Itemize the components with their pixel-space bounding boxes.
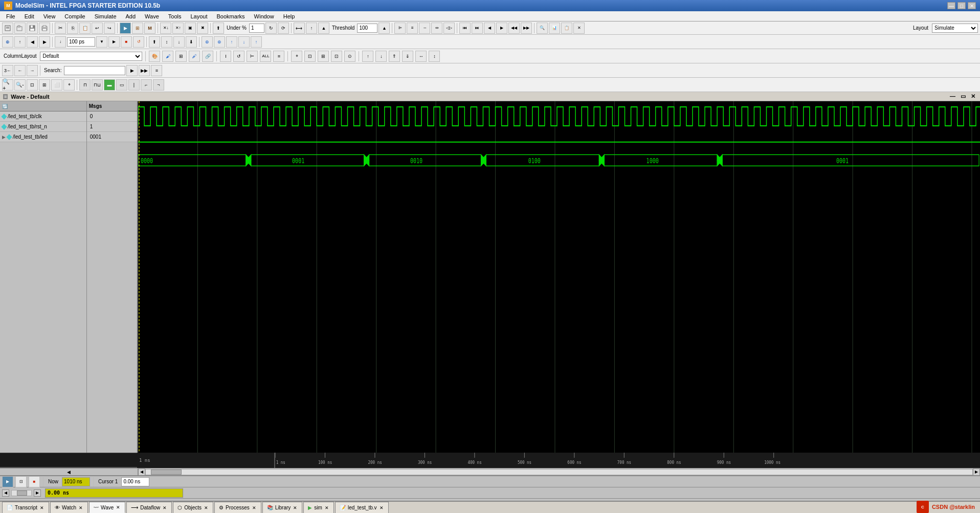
tb-l1[interactable]: ⊫ (394, 23, 406, 34)
wave-shape2[interactable]: ⊓⊔ (92, 79, 103, 91)
wave-shape4[interactable]: ▭ (116, 79, 127, 91)
tb2-wave5[interactable]: ↑ (251, 36, 262, 48)
tab-sim[interactable]: ▶ sim ✕ (303, 502, 334, 513)
hscroll-thumb[interactable] (151, 470, 182, 475)
expand-arrow-2[interactable]: ▶ (2, 135, 6, 140)
tb2-blue1[interactable]: ⊕ (202, 36, 213, 48)
status-btn2[interactable]: ⊡ (15, 476, 27, 487)
minimize-button[interactable]: — (947, 2, 955, 9)
wave-close[interactable]: ✕ (969, 93, 977, 100)
hscroll-prev[interactable]: ◀ (138, 469, 145, 476)
tb2-fwd[interactable]: ▶ (39, 36, 50, 48)
under-input[interactable] (249, 24, 264, 33)
signal-row-0[interactable]: /led_test_tb/clk (0, 111, 86, 122)
close-button[interactable]: ✕ (968, 2, 976, 9)
zoom-fit[interactable]: ⊡ (27, 79, 38, 91)
tb-x2[interactable]: ✕↑ (172, 23, 184, 34)
zoom-out-btn[interactable]: 🔍- (14, 79, 26, 91)
tb-print[interactable] (39, 23, 50, 34)
tb2-step2[interactable]: ▼ (96, 36, 107, 48)
menu-wave[interactable]: Wave (141, 12, 163, 20)
tb-open[interactable] (14, 23, 26, 34)
col-nav5[interactable]: ↔ (415, 51, 427, 62)
tb2-reset[interactable]: ↺ (133, 36, 144, 48)
col-nav2[interactable]: ↓ (375, 51, 387, 62)
tb-s2[interactable]: 📊 (549, 23, 560, 34)
tab-library[interactable]: 📚 Library ✕ (262, 502, 303, 513)
col-cursor1[interactable]: ⌖ (291, 51, 302, 62)
hscroll-track[interactable] (145, 469, 973, 475)
tb-x1[interactable]: ✕↓ (160, 23, 171, 34)
wave-minimize[interactable]: — (948, 93, 957, 100)
tb-s1[interactable]: 🔍 (537, 23, 548, 34)
menu-help[interactable]: Help (279, 12, 299, 20)
search-opt[interactable]: ≡ (151, 65, 162, 76)
window-controls[interactable]: — □ ✕ (947, 2, 976, 9)
tab-watch[interactable]: 👁 Watch ✕ (50, 502, 88, 513)
col-nav6[interactable]: ↕ (429, 51, 440, 62)
menu-compile[interactable]: Compile (60, 12, 89, 20)
search-fwd[interactable]: → (27, 65, 38, 76)
signal-row-1[interactable]: /led_test_tb/rst_n (0, 122, 86, 132)
tb2-zoom1[interactable]: ⬆ (149, 36, 160, 48)
tb-r4[interactable]: ▶ (496, 23, 507, 34)
tab-dataflow-close[interactable]: ✕ (162, 505, 167, 510)
tb-paste[interactable]: 📋 (79, 23, 91, 34)
tb-s4[interactable]: ✕ (573, 23, 585, 34)
tb2-zoom3[interactable]: ↓ (173, 36, 185, 48)
tb-r5[interactable]: ◀◀ (508, 23, 520, 34)
tb-up[interactable]: ⬆ (213, 23, 224, 34)
col-i2[interactable]: ↺ (233, 51, 244, 62)
tb-cursor[interactable]: ⟷ (294, 23, 305, 34)
tb-cut[interactable]: ✂ (55, 23, 66, 34)
tb-r1[interactable]: ⏮ (459, 23, 471, 34)
zoom-in-btn[interactable]: 🔍+ (2, 79, 13, 91)
wave-shape7[interactable]: ¬ (153, 79, 164, 91)
tb2-step[interactable]: ↓ (55, 36, 66, 48)
search-go[interactable]: ▶ (126, 65, 138, 76)
menu-add[interactable]: Add (122, 12, 140, 20)
tb2-zoom2[interactable]: ↕ (161, 36, 172, 48)
search-go2[interactable]: ▶▶ (139, 65, 150, 76)
hscroll2-track[interactable] (11, 490, 32, 496)
col-i4[interactable]: ≡ (273, 51, 284, 62)
tb-l3[interactable]: ↔ (419, 23, 430, 34)
tb2-add-wave[interactable]: ⊕ (2, 36, 13, 48)
col-cursor3[interactable]: ⊞ (318, 51, 329, 62)
wave-title-controls[interactable]: — ▭ ✕ (948, 93, 977, 100)
wave-shape3[interactable]: ▬ (104, 79, 115, 91)
tab-objects[interactable]: ⬡ Objects ✕ (173, 502, 213, 513)
col-cursor5[interactable]: ⊙ (344, 51, 355, 62)
menu-edit[interactable]: Edit (20, 12, 38, 20)
status-btn1[interactable]: ▶ (2, 476, 13, 487)
wave-maximize[interactable]: ▭ (959, 93, 967, 100)
zoom-full[interactable]: ⬜ (51, 79, 62, 91)
col-btn2[interactable]: 🖌 (162, 51, 173, 62)
vscroll-dn[interactable]: ▶ (34, 489, 41, 497)
col-nav1[interactable]: ↑ (362, 51, 373, 62)
waveform-svg[interactable]: 0000 0001 0010 (138, 101, 980, 453)
tb-run[interactable]: ▶ (120, 23, 131, 34)
tab-watch-close[interactable]: ✕ (78, 505, 83, 510)
tb-redo[interactable]: ↪ (104, 23, 115, 34)
tb-r2[interactable]: ⏭ (472, 23, 483, 34)
col-btn1[interactable]: 🎨 (149, 51, 160, 62)
now-value[interactable] (62, 477, 90, 486)
hscroll-left-btn[interactable]: ◀ (0, 469, 138, 476)
zoom-cursor[interactable]: ⌖ (63, 79, 75, 91)
tb2-step3[interactable]: ▶ (108, 36, 120, 48)
col-btn4[interactable]: 🖋 (189, 51, 200, 62)
search-input[interactable] (64, 66, 125, 75)
tab-sim-close[interactable]: ✕ (324, 505, 329, 510)
tab-library-close[interactable]: ✕ (293, 505, 298, 510)
tb-save[interactable] (27, 23, 38, 34)
tab-led-test-close[interactable]: ✕ (379, 505, 384, 510)
col-cursor4[interactable]: ⊡ (331, 51, 342, 62)
col-btn3[interactable]: ⊞ (175, 51, 187, 62)
vscroll-up[interactable]: ◀ (2, 489, 9, 497)
threshold-input[interactable] (357, 24, 377, 33)
maximize-button[interactable]: □ (957, 2, 966, 9)
col-btn5[interactable]: 🔗 (202, 51, 213, 62)
tb-refresh[interactable]: ↻ (265, 23, 277, 34)
menu-simulate[interactable]: Simulate (91, 12, 121, 20)
